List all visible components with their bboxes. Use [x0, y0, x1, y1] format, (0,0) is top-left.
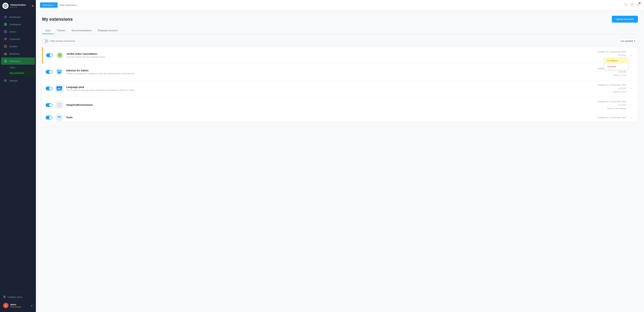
settings-icon — [4, 79, 7, 82]
tab-shopware-account[interactable]: Shopware Account — [94, 27, 121, 34]
collapse-menu-btn[interactable]: Collapse menu — [1, 294, 34, 300]
user-details: demo Administrator — [10, 303, 21, 308]
extension-time: at 12:02 — [598, 103, 626, 107]
extensions-btn-label: Extensions — [42, 4, 53, 6]
extensions-subnav: Store My extensions — [0, 65, 36, 76]
svg-point-35 — [59, 116, 61, 118]
extension-more-btn-language-pack[interactable]: ··· — [629, 86, 634, 91]
sidebar-item-label: Orders — [9, 31, 16, 33]
page-content: My extensions Upload extension Apps Them… — [36, 10, 644, 312]
catalogues-icon — [4, 23, 7, 26]
extension-info-adminer: Adminer for Admin Allows to manage your … — [66, 69, 598, 75]
user-info[interactable]: D demo Administrator ▲ — [1, 301, 34, 310]
svg-rect-31 — [56, 86, 62, 88]
extension-toggle-swag-test[interactable] — [46, 103, 52, 107]
help-icon[interactable] — [630, 3, 634, 7]
extension-item-tools[interactable]: Tools Installed on 1 December 2022 ··· — [42, 113, 638, 122]
extension-list: ACRIS Order Cancellation Cancels Orders … — [42, 47, 638, 122]
extension-name: Tools — [66, 116, 598, 119]
svg-rect-10 — [4, 45, 7, 48]
svg-rect-5 — [4, 25, 5, 26]
svg-point-33 — [56, 114, 63, 121]
tab-apps[interactable]: Apps — [42, 27, 54, 34]
search-input[interactable] — [60, 4, 622, 7]
extension-icon-swag-test — [55, 101, 64, 109]
extension-desc: Cancels Orders only from allowed states. — [67, 56, 598, 58]
extension-item-language-pack[interactable]: A Language pack The Shopware language pa… — [42, 80, 638, 97]
extension-time: at 12:02 — [598, 70, 626, 74]
customers-icon — [4, 37, 7, 41]
sidebar-header: Administration 6.4.17.2 — [0, 0, 36, 12]
sidebar-item-extensions[interactable]: Extensions — [1, 58, 35, 65]
sidebar-item-marketing[interactable]: Marketing — [1, 50, 35, 57]
status-dot — [32, 5, 34, 7]
main-area: Extensions ▾ — [36, 0, 644, 312]
sidebar-item-dashboard[interactable]: Dashboard — [1, 13, 35, 21]
extension-name: SwagTestEnvironment — [66, 104, 598, 106]
svg-rect-3 — [4, 23, 5, 24]
user-name: demo — [10, 303, 21, 306]
sidebar-item-label: Dashboard — [9, 16, 20, 18]
sort-dropdown-btn[interactable]: Last updated ▾ — [618, 38, 638, 44]
extension-version: Version: 0.3.4 — [598, 74, 626, 77]
svg-text:A: A — [61, 89, 62, 91]
extension-info-tools: Tools — [66, 116, 598, 119]
extension-meta-tools: Installed on 1 December 2022 — [598, 116, 626, 119]
svg-point-14 — [4, 296, 5, 297]
extension-installed: Installed on 1 December 2022 — [598, 100, 626, 103]
context-configure-btn[interactable]: Configure — [604, 58, 628, 64]
filter-row: Hide inactive extensions Last updated ▾ — [42, 38, 638, 44]
extension-item-adminer[interactable]: Adminer for Admin Allows to manage your … — [42, 64, 638, 80]
sort-label: Last updated — [620, 40, 633, 42]
sidebar-item-label: Customers — [9, 38, 20, 40]
extension-toggle-acris[interactable] — [46, 53, 53, 57]
topbar-actions — [624, 3, 640, 7]
app-logo — [2, 3, 8, 9]
marketing-icon — [4, 52, 7, 55]
context-uninstall-btn[interactable]: Uninstall — [604, 64, 628, 69]
extension-toggle-adminer[interactable] — [46, 70, 52, 74]
upload-extension-button[interactable]: Upload extension — [612, 16, 638, 23]
dashboard-icon — [4, 15, 7, 19]
collapse-label: Collapse menu — [8, 296, 22, 298]
sidebar-item-catalogues[interactable]: Catalogues — [1, 21, 35, 28]
extension-desc: The Shopware language pack combines all … — [66, 89, 598, 91]
topbar: Extensions ▾ — [36, 0, 644, 10]
extension-toggle-tools[interactable] — [46, 116, 52, 119]
extension-meta-swag-test: Installed on 1 December 2022 at 12:02 Ve… — [598, 100, 626, 110]
svg-point-13 — [4, 296, 6, 298]
svg-point-26 — [60, 71, 60, 72]
sidebar-item-customers[interactable]: Customers — [1, 35, 35, 43]
svg-rect-6 — [6, 25, 7, 26]
sidebar-item-label: Settings — [9, 79, 18, 82]
extension-more-btn-swag-test[interactable]: ··· — [629, 102, 634, 108]
subnav-my-extensions[interactable]: My extensions — [8, 70, 36, 76]
svg-rect-4 — [6, 23, 7, 24]
svg-point-8 — [4, 38, 6, 39]
extension-meta-language-pack: Installed on 1 December 2022 at 12:02 Ve… — [598, 83, 626, 94]
extension-more-btn-acris[interactable]: ··· — [629, 53, 634, 58]
extensions-dropdown-btn[interactable]: Extensions ▾ — [40, 3, 58, 8]
tab-themes[interactable]: Themes — [54, 27, 68, 34]
extension-item-acris[interactable]: ACRIS Order Cancellation Cancels Orders … — [42, 47, 638, 64]
sidebar-item-content[interactable]: Content — [1, 43, 35, 50]
svg-point-2 — [5, 17, 6, 18]
subnav-store[interactable]: Store — [8, 65, 36, 70]
extension-icon-tools — [55, 113, 64, 122]
extension-more-btn-tools[interactable]: ··· — [629, 115, 634, 120]
hide-inactive-toggle[interactable] — [42, 39, 48, 43]
extension-more-btn-adminer[interactable]: ··· — [629, 69, 634, 75]
page-header: My extensions Upload extension — [42, 16, 638, 23]
extension-toggle-language-pack[interactable] — [46, 87, 52, 90]
notification-icon[interactable] — [636, 3, 640, 7]
extension-icon-acris — [56, 51, 64, 59]
search-icon[interactable] — [624, 3, 628, 7]
svg-point-25 — [58, 71, 59, 72]
extension-item-swag-test[interactable]: SwagTestEnvironment Installed on 1 Decem… — [42, 97, 638, 113]
tab-recommendations[interactable]: Recommendations — [68, 27, 95, 34]
svg-point-28 — [60, 70, 62, 71]
app-version: 6.4.17.2 — [10, 6, 26, 8]
sidebar-item-settings[interactable]: Settings — [1, 77, 35, 84]
extension-icon-language-pack: A — [55, 84, 64, 93]
sidebar-item-orders[interactable]: Orders — [1, 28, 35, 35]
